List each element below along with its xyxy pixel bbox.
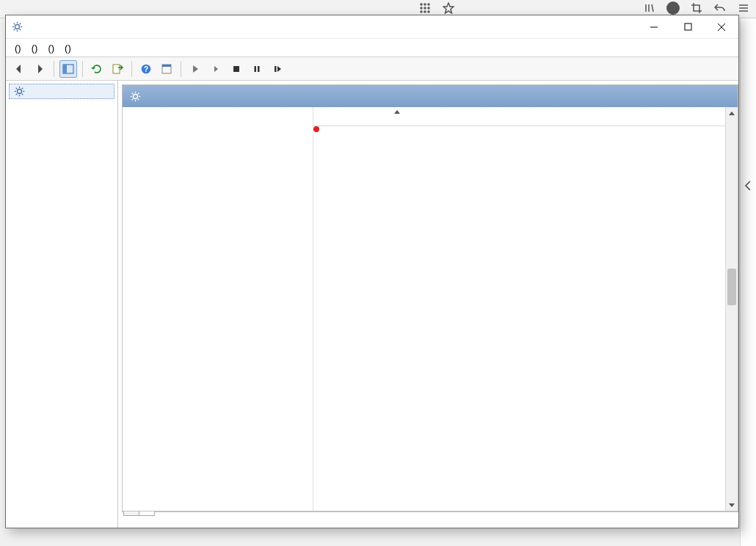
console-tree <box>6 81 118 528</box>
chevron-left-icon[interactable] <box>744 180 752 194</box>
svg-line-48 <box>138 98 139 100</box>
scroll-thumb[interactable] <box>727 269 736 305</box>
svg-rect-30 <box>255 66 257 72</box>
tab-extended[interactable] <box>123 512 139 516</box>
menu-help[interactable]: () <box>65 43 71 54</box>
list-header <box>313 107 738 126</box>
crop-icon[interactable] <box>690 1 703 15</box>
svg-line-16 <box>14 29 15 31</box>
svg-line-41 <box>22 88 23 90</box>
svg-point-2 <box>428 4 429 5</box>
gear-icon <box>14 86 25 97</box>
services-app-icon <box>12 21 23 32</box>
library-icon[interactable] <box>643 1 656 15</box>
svg-point-42 <box>134 94 138 98</box>
pause-service-button[interactable] <box>248 60 266 78</box>
menu-file[interactable]: () <box>15 43 21 54</box>
main-area <box>6 81 738 528</box>
menu-view[interactable]: () <box>48 43 54 54</box>
svg-rect-28 <box>162 65 171 67</box>
grid-icon[interactable] <box>418 1 432 15</box>
minimize-button[interactable] <box>637 16 671 38</box>
svg-point-9 <box>15 25 20 29</box>
tab-standard[interactable] <box>139 512 155 516</box>
svg-line-47 <box>132 92 134 94</box>
menubar: () () () () <box>6 39 738 57</box>
export-list-button[interactable] <box>109 60 126 78</box>
svg-point-0 <box>421 4 422 5</box>
tabs-count-badge[interactable] <box>666 1 680 15</box>
browser-toolbar-icons <box>418 1 455 15</box>
menu-action[interactable]: () <box>32 43 38 54</box>
show-hide-tree-button[interactable] <box>59 60 77 78</box>
annotation-highlight <box>313 126 319 132</box>
svg-point-5 <box>428 7 429 9</box>
svg-rect-19 <box>685 23 691 30</box>
browser-right-icons <box>643 1 750 15</box>
svg-line-39 <box>22 94 23 95</box>
services-list <box>313 107 738 511</box>
svg-rect-24 <box>113 65 120 73</box>
svg-text:?: ? <box>144 65 148 73</box>
content-header <box>123 85 738 107</box>
svg-rect-29 <box>233 66 239 72</box>
restart-service-button[interactable] <box>269 60 286 78</box>
svg-line-49 <box>132 98 134 100</box>
svg-rect-23 <box>63 65 67 73</box>
view-tabs <box>122 512 738 528</box>
right-vertical-strip <box>740 18 756 546</box>
svg-point-8 <box>428 11 429 12</box>
svg-line-14 <box>14 23 15 25</box>
start-service-button[interactable] <box>186 60 204 78</box>
svg-line-38 <box>16 88 18 90</box>
help-button[interactable]: ? <box>137 60 155 78</box>
menu-icon[interactable] <box>737 1 750 15</box>
svg-line-17 <box>20 23 21 25</box>
toolbar: ? <box>6 57 738 81</box>
close-button[interactable] <box>705 16 738 38</box>
svg-point-3 <box>421 7 422 9</box>
list-rows <box>313 126 738 511</box>
content-pane <box>122 84 738 528</box>
refresh-button[interactable] <box>88 60 106 78</box>
maximize-button[interactable] <box>671 16 705 38</box>
window-title <box>6 21 28 32</box>
start-service-small-button[interactable] <box>207 60 225 78</box>
vertical-scrollbar[interactable] <box>725 107 738 511</box>
nav-forward-button[interactable] <box>31 60 48 78</box>
svg-point-7 <box>424 11 426 12</box>
titlebar <box>6 15 738 39</box>
scroll-up-arrow-icon[interactable] <box>726 107 738 120</box>
scroll-down-arrow-icon[interactable] <box>726 498 738 511</box>
svg-point-1 <box>424 4 426 5</box>
sort-indicator-icon <box>394 110 400 114</box>
star-icon[interactable] <box>442 1 455 15</box>
svg-point-33 <box>18 90 22 94</box>
gear-icon <box>130 91 141 102</box>
description-pane <box>123 107 313 511</box>
properties-button[interactable] <box>158 60 175 78</box>
undo-icon[interactable] <box>713 1 727 15</box>
stop-service-button[interactable] <box>228 60 245 78</box>
nav-back-button[interactable] <box>10 60 28 78</box>
content-body <box>123 107 738 511</box>
svg-point-4 <box>424 7 426 9</box>
svg-line-50 <box>138 92 139 94</box>
svg-point-6 <box>421 11 422 12</box>
tree-item-services-local[interactable] <box>9 84 115 99</box>
svg-line-15 <box>20 29 21 31</box>
svg-line-40 <box>16 94 18 95</box>
svg-rect-31 <box>258 66 260 72</box>
services-window: () () () () ? <box>5 15 739 528</box>
svg-rect-32 <box>275 66 277 72</box>
